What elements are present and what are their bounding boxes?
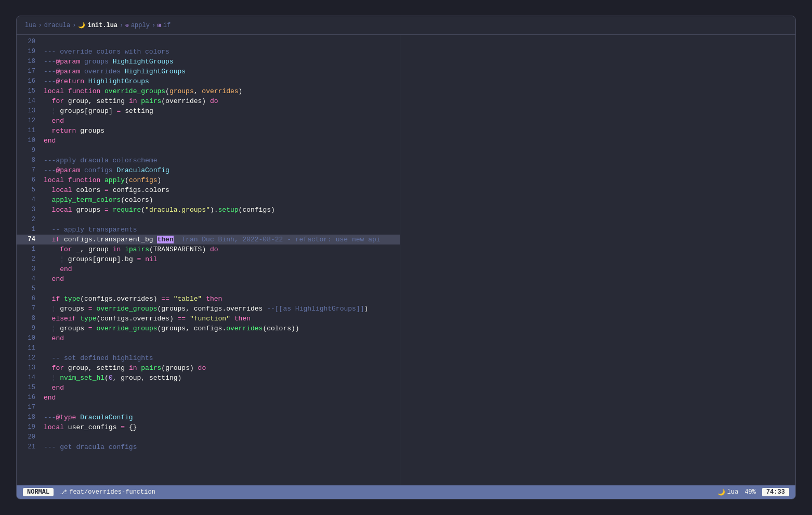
line-4-end2: 4 end bbox=[17, 274, 400, 284]
line-7-groups-override: 7 ¦ groups = override_groups(groups, con… bbox=[17, 304, 400, 314]
lang-icon: 🌙 bbox=[717, 488, 725, 496]
breadcrumb-if: if bbox=[163, 22, 171, 29]
cursor-position: 74:33 bbox=[762, 488, 789, 496]
editor-body: 20 19 --- override colors with colors 18… bbox=[17, 35, 795, 485]
lang-name: lua bbox=[727, 488, 739, 496]
line-5: 5 local colors = configs.colors bbox=[17, 185, 400, 195]
scroll-percent: 49% bbox=[744, 488, 756, 496]
line-9-groups-fn: 9 ¦ groups = override_groups(groups, con… bbox=[17, 324, 400, 333]
statusbar: NORMAL ⎇ feat/overrides-function 🌙 lua 4… bbox=[17, 485, 795, 499]
line-1-comment: 1 -- apply transparents bbox=[17, 225, 400, 235]
line-12: 12 end bbox=[17, 116, 400, 126]
line-10: 10 end bbox=[17, 136, 400, 146]
line-16-end2: 16 end bbox=[17, 393, 400, 403]
line-2-groups: 2 ¦ groups[group].bg = nil bbox=[17, 254, 400, 264]
line-21-comment: 21 --- get dracula configs bbox=[17, 442, 400, 452]
line-15: 15 local function override_groups(groups… bbox=[17, 86, 400, 96]
apply-icon: ⊕ bbox=[125, 22, 129, 29]
line-14-nvim: 14 ¦ nvim_set_hl(0, group, setting) bbox=[17, 373, 400, 383]
line-12-comment: 12 -- set defined highlights bbox=[17, 353, 400, 363]
breadcrumb-filename: init.lua bbox=[87, 22, 117, 29]
line-9: 9 bbox=[17, 146, 400, 156]
line-6-if-type: 6 if type(configs.overrides) == "table" … bbox=[17, 294, 400, 304]
code-lines: 20 19 --- override colors with colors 18… bbox=[17, 35, 400, 454]
line-1-for: 1 for _, group in ipairs(TRANSPARENTS) d… bbox=[17, 244, 400, 254]
line-74-current: 74 if configs.transparent_bg then Tran D… bbox=[17, 235, 400, 244]
code-area[interactable]: 20 19 --- override colors with colors 18… bbox=[17, 35, 400, 485]
line-19: 19 --- override colors with colors bbox=[17, 47, 400, 57]
right-panel bbox=[400, 35, 795, 485]
git-branch: ⎇ feat/overrides-function bbox=[60, 488, 155, 496]
line-19-user: 19 local user_configs = {} bbox=[17, 422, 400, 432]
vim-mode: NORMAL bbox=[23, 488, 54, 496]
line-11-blank: 11 bbox=[17, 343, 400, 353]
line-20-blank2: 20 bbox=[17, 432, 400, 442]
line-2-blank: 2 bbox=[17, 215, 400, 225]
line-18-type: 18 ---@type DraculaConfig bbox=[17, 413, 400, 422]
line-8-elseif: 8 elseif type(configs.overrides) == "fun… bbox=[17, 314, 400, 324]
line-18: 18 ---@param groups HighlightGroups bbox=[17, 57, 400, 67]
branch-icon: ⎇ bbox=[60, 488, 67, 496]
line-5-blank: 5 bbox=[17, 284, 400, 294]
line-10-end: 10 end bbox=[17, 333, 400, 343]
line-16: 16 ---@return HighlightGroups bbox=[17, 76, 400, 86]
editor-window: lua › dracula › 🌙 init.lua › ⊕ apply › ⊞… bbox=[16, 16, 796, 499]
line-11: 11 return groups bbox=[17, 126, 400, 136]
line-7: 7 ---@param configs DraculaConfig bbox=[17, 165, 400, 175]
breadcrumb-lua: lua bbox=[25, 22, 36, 29]
line-3-end: 3 end bbox=[17, 264, 400, 274]
breadcrumb: lua › dracula › 🌙 init.lua › ⊕ apply › ⊞… bbox=[17, 16, 795, 35]
line-20-top: 20 bbox=[17, 37, 400, 47]
line-3: 3 local groups = require("dracula.groups… bbox=[17, 205, 400, 215]
line-8: 8 ---apply dracula colorscheme bbox=[17, 156, 400, 165]
line-17: 17 ---@param overrides HighlightGroups bbox=[17, 67, 400, 76]
line-14: 14 for group, setting in pairs(overrides… bbox=[17, 96, 400, 106]
line-13: 13 ¦ groups[group] = setting bbox=[17, 106, 400, 116]
line-4: 4 apply_term_colors(colors) bbox=[17, 195, 400, 205]
line-15-end: 15 end bbox=[17, 383, 400, 393]
if-icon: ⊞ bbox=[158, 22, 161, 29]
line-17-blank: 17 bbox=[17, 403, 400, 413]
line-6-apply: 6 local function apply(configs) bbox=[17, 175, 400, 185]
language-indicator: 🌙 lua bbox=[717, 488, 739, 496]
branch-name: feat/overrides-function bbox=[69, 488, 155, 496]
line-13-for: 13 for group, setting in pairs(groups) d… bbox=[17, 363, 400, 373]
file-icon: 🌙 bbox=[78, 22, 85, 29]
breadcrumb-dracula: dracula bbox=[44, 22, 70, 29]
breadcrumb-apply: apply bbox=[131, 22, 150, 29]
